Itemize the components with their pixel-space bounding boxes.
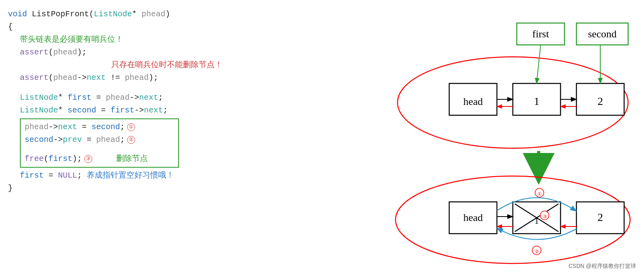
null-eq: = [44, 169, 58, 182]
bl2-arrow: -> [53, 134, 63, 146]
assert1-param: phead [53, 46, 77, 59]
assert2-close: ); [149, 72, 158, 84]
keyword-void: void [8, 8, 27, 21]
bot-head-label: head [463, 212, 483, 223]
page-container: void ListPopFront( ListNode * phead ) { … [0, 0, 644, 273]
first-star: * [58, 91, 68, 104]
assert2-phead2: phead [125, 72, 149, 84]
boxed-line-2: second -> prev = phead ; ② [25, 134, 174, 146]
second-semi: ; [163, 104, 168, 117]
top-node1-label: 1 [534, 95, 539, 107]
assert2-next: next [87, 72, 106, 84]
bl2-phead: phead [96, 134, 120, 146]
bl1-phead: phead [25, 121, 48, 134]
bot-circle-1: ① [537, 192, 542, 197]
top-first-label: first [532, 28, 549, 40]
assert-kw-1: assert [20, 46, 48, 59]
circle-1: ① [127, 123, 135, 131]
bl1-semi: ; [120, 121, 125, 134]
second-eq: = [96, 104, 111, 117]
bl1-second: second [91, 121, 120, 134]
code-line-assert2: assert ( phead -> next != phead ); [8, 72, 294, 84]
bot-node2-label: 2 [597, 211, 603, 223]
code-panel: void ListPopFront( ListNode * phead ) { … [8, 4, 294, 269]
second-arrow: -> [134, 104, 144, 117]
func-name: ListPopFront( [27, 8, 94, 21]
comment-line-1: 带头链表是必须要有哨兵位！ [8, 33, 294, 46]
null-first: first [20, 169, 44, 182]
second-star: * [58, 104, 68, 117]
boxed-code-block: phead -> next = second ; ① second -> pre… [20, 118, 179, 168]
boxed-line-3: free ( first ); ③ 删除节点 [25, 153, 174, 165]
bl2-second: second [25, 134, 53, 146]
listnode-kw-2: ListNode [20, 104, 58, 117]
ptr-star: * [132, 8, 142, 21]
first-eq: = [91, 91, 106, 104]
code-line-1: void ListPopFront( ListNode * phead ) [8, 8, 294, 21]
comment-sentinel: 带头链表是必须要有哨兵位！ [20, 33, 123, 46]
assert2-open: ( [48, 72, 53, 84]
first-var: first [68, 91, 91, 104]
assert2-arrow: -> [77, 72, 87, 84]
null-comment: 养成指针置空好习惯哦！ [87, 169, 174, 182]
null-val: NULL [58, 169, 77, 182]
svg-line-9 [537, 45, 541, 83]
code-line-assert1: assert ( phead ); [8, 46, 294, 59]
bl2-semi: ; [120, 134, 125, 146]
top-node2-label: 2 [597, 95, 603, 107]
bl3-open: ( [44, 153, 48, 165]
bl3-first: first [48, 153, 72, 165]
first-arrow: -> [130, 91, 139, 104]
close-paren: ) [165, 8, 170, 21]
bl3-close: ); [72, 153, 82, 165]
code-line-null: first = NULL ; 养成指针置空好习惯哦！ [8, 169, 294, 182]
first-semi: ; [158, 91, 163, 104]
null-semi: ; [77, 169, 82, 182]
delete-comment: 删除节点 [116, 153, 148, 165]
second-first: first [111, 104, 134, 117]
second-next: next [144, 104, 163, 117]
circle-2: ② [127, 136, 135, 144]
assert-kw-2: assert [20, 72, 48, 84]
bot-circle-2: ② [535, 249, 539, 255]
circle-3: ③ [84, 155, 92, 163]
second-var: second [68, 104, 96, 117]
diagram-svg: head 1 2 first second [302, 4, 636, 269]
bl3-free: free [25, 153, 44, 165]
type-listnode: ListNode [94, 8, 132, 21]
first-phead: phead [106, 91, 130, 104]
top-head-label: head [463, 96, 483, 107]
bl2-eq: = [82, 134, 96, 146]
code-line-brace-open: { [8, 21, 294, 33]
bot-circle-3: ③ [543, 214, 547, 220]
brace-close: } [8, 182, 13, 195]
bl1-eq: = [77, 121, 91, 134]
bot-node1-label: 1 [535, 216, 539, 226]
top-second-label: second [588, 28, 617, 40]
code-line-brace-close: } [8, 182, 294, 195]
assert1-body: ( [48, 46, 53, 59]
code-line-second: ListNode * second = first -> next ; [8, 104, 294, 117]
bl1-next: next [58, 121, 77, 134]
diagram-panel: head 1 2 first second [302, 4, 636, 269]
code-line-first: ListNode * first = phead -> next ; [8, 91, 294, 104]
boxed-line-1: phead -> next = second ; ① [25, 121, 174, 134]
param-phead: phead [142, 8, 165, 21]
assert2-phead: phead [53, 72, 77, 84]
comment-only-sentinel: 只存在哨兵位时不能删除节点！ [111, 59, 223, 72]
bl2-prev: prev [63, 134, 82, 146]
footer-text: CSDN @程序猿教你打篮球 [568, 263, 636, 270]
comment-line-2: 只存在哨兵位时不能删除节点！ [8, 59, 294, 72]
assert1-close: ); [77, 46, 87, 59]
first-next: next [139, 91, 158, 104]
listnode-kw-1: ListNode [20, 91, 58, 104]
brace-open: { [8, 21, 13, 33]
assert2-neq: != [106, 72, 125, 84]
bl1-arrow: -> [48, 121, 58, 134]
